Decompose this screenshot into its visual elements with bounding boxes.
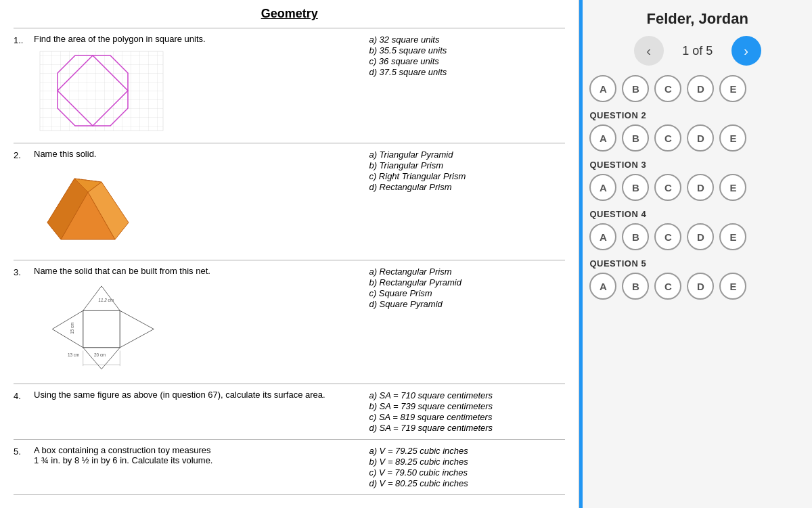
- q4-ans-d: d) SA = 719 square centimeters: [369, 423, 565, 433]
- question-row-4: 4. Using the same figure as above (in qu…: [14, 384, 565, 439]
- question-section-4: QUESTION 4 A B C D E: [589, 209, 805, 250]
- q5-bubble-d[interactable]: D: [687, 273, 714, 300]
- question-section-3: QUESTION 3 A B C D E: [589, 160, 805, 201]
- quiz-title: Geometry: [14, 7, 565, 21]
- q5-ans-a: a) V = 79.25 cubic inches: [369, 446, 565, 456]
- q4-bubble-a[interactable]: A: [589, 223, 616, 250]
- q1-bubble-c[interactable]: C: [654, 75, 681, 102]
- q2-ans-b: b) Triangular Prism: [369, 160, 565, 170]
- q2-ans-d: d) Rectangular Prism: [369, 182, 565, 192]
- svg-marker-15: [120, 310, 154, 348]
- bubbles-row-3: A B C D E: [589, 174, 805, 201]
- q-answers-3: a) Rectangular Prism b) Rectangular Pyra…: [362, 266, 565, 378]
- q2-bubble-b[interactable]: B: [622, 124, 649, 152]
- q1-bubble-b[interactable]: B: [622, 75, 649, 102]
- right-panel: Felder, Jordan ‹ 1 of 5 › A B C D E QUES…: [583, 0, 812, 508]
- page-indicator: 1 of 5: [671, 44, 725, 58]
- q3-ans-a: a) Rectangular Prism: [369, 267, 565, 277]
- svg-text:13 cm: 13 cm: [68, 352, 79, 357]
- q3-bubble-c[interactable]: C: [654, 174, 681, 201]
- q2-label: QUESTION 2: [589, 110, 805, 120]
- q4-ans-b: b) SA = 739 square centimeters: [369, 401, 565, 411]
- q-image-1: [34, 47, 355, 135]
- q1-bubble-a[interactable]: A: [589, 75, 616, 102]
- question-row-1: 1.. Find the area of the polygon in squa…: [14, 28, 565, 143]
- q-content-3: Name the solid that can be built from th…: [34, 266, 362, 378]
- q-num-4: 4.: [14, 390, 34, 434]
- q3-ans-d: d) Square Pyramid: [369, 299, 565, 309]
- q-num-3: 3.: [14, 266, 34, 378]
- q1-ans-a: a) 32 square units: [369, 34, 565, 45]
- question-section-2: QUESTION 2 A B C D E: [589, 110, 805, 152]
- q1-ans-d: d) 37.5 square units: [369, 67, 565, 77]
- q5-ans-d: d) V = 80.25 cubic inches: [369, 478, 565, 488]
- bubbles-row-1: A B C D E: [589, 75, 805, 102]
- svg-marker-14: [52, 310, 83, 348]
- q5-bubble-b[interactable]: B: [622, 273, 649, 300]
- q1-bubble-e[interactable]: E: [719, 75, 746, 102]
- q1-ans-b: b) 35.5 square units: [369, 45, 565, 55]
- q-answers-5: a) V = 79.25 cubic inches b) V = 89.25 c…: [362, 445, 565, 489]
- q5-bubble-e[interactable]: E: [719, 273, 746, 300]
- q5-ans-b: b) V = 89.25 cubic inches: [369, 457, 565, 467]
- q-num-5: 5.: [14, 445, 34, 489]
- question-row-3: 3. Name the solid that can be built from…: [14, 260, 565, 384]
- q-answers-2: a) Triangular Pyramid b) Triangular Pris…: [362, 149, 565, 254]
- q3-ans-c: c) Square Prism: [369, 288, 565, 298]
- q3-bubble-e[interactable]: E: [719, 174, 746, 201]
- q5-bubble-c[interactable]: C: [654, 273, 681, 300]
- q1-ans-c: c) 36 square units: [369, 56, 565, 66]
- q-content-4: Using the same figure as above (in quest…: [34, 390, 362, 434]
- q-text-1: Find the area of the polygon in square u…: [34, 34, 355, 44]
- q-num-1: 1..: [14, 34, 34, 137]
- q4-ans-c: c) SA = 819 square centimeters: [369, 412, 565, 422]
- q-content-1: Find the area of the polygon in square u…: [34, 34, 362, 137]
- svg-marker-13: [83, 348, 120, 369]
- q-text-2: Name this solid.: [34, 149, 355, 159]
- q3-bubble-b[interactable]: B: [622, 174, 649, 201]
- svg-text:15 cm: 15 cm: [70, 322, 74, 333]
- svg-text:20 cm: 20 cm: [94, 352, 106, 357]
- q5-label: QUESTION 5: [589, 258, 805, 269]
- q2-bubble-d[interactable]: D: [687, 124, 714, 152]
- q4-bubble-e[interactable]: E: [719, 223, 746, 250]
- q2-bubble-a[interactable]: A: [589, 124, 616, 152]
- quiz-panel: Geometry 1.. Find the area of the polygo…: [0, 0, 579, 508]
- q3-label: QUESTION 3: [589, 160, 805, 170]
- q2-bubble-c[interactable]: C: [654, 124, 681, 152]
- q2-bubble-e[interactable]: E: [719, 124, 746, 152]
- question-row-2: 2. Name this solid.: [14, 143, 565, 260]
- q-num-2: 2.: [14, 149, 34, 254]
- student-name: Felder, Jordan: [647, 10, 748, 28]
- bubbles-row-4: A B C D E: [589, 223, 805, 250]
- q3-ans-b: b) Rectangular Pyramid: [369, 277, 565, 287]
- q2-ans-c: c) Right Triangular Prism: [369, 171, 565, 181]
- q3-bubble-a[interactable]: A: [589, 174, 616, 201]
- q-answers-4: a) SA = 710 square centimeters b) SA = 7…: [362, 390, 565, 434]
- next-button[interactable]: ›: [731, 36, 761, 66]
- q3-bubble-d[interactable]: D: [687, 174, 714, 201]
- prev-button[interactable]: ‹: [634, 36, 664, 66]
- navigation-row: ‹ 1 of 5 ›: [634, 36, 761, 66]
- q4-ans-a: a) SA = 710 square centimeters: [369, 390, 565, 400]
- svg-rect-11: [83, 310, 120, 348]
- q-content-2: Name this solid.: [34, 149, 362, 254]
- svg-text:11.2 cm: 11.2 cm: [98, 298, 114, 302]
- q4-label: QUESTION 4: [589, 209, 805, 219]
- q-text-3: Name the solid that can be built from th…: [34, 266, 355, 276]
- question-section-1: A B C D E: [589, 75, 805, 102]
- q-image-2: [34, 162, 355, 252]
- question-row-5: 5. A box containing a construction toy m…: [14, 439, 565, 495]
- q4-bubble-b[interactable]: B: [622, 223, 649, 250]
- q-image-3: 11.2 cm 15 cm 13 cm 20 cm: [34, 279, 355, 375]
- q5-bubble-a[interactable]: A: [589, 273, 616, 300]
- bubbles-row-2: A B C D E: [589, 124, 805, 152]
- bubbles-row-5: A B C D E: [589, 273, 805, 300]
- q4-bubble-c[interactable]: C: [654, 223, 681, 250]
- q1-bubble-d[interactable]: D: [687, 75, 714, 102]
- q4-bubble-d[interactable]: D: [687, 223, 714, 250]
- q-text-5: A box containing a construction toy meas…: [34, 445, 355, 465]
- question-section-5: QUESTION 5 A B C D E: [589, 258, 805, 300]
- q-text-4: Using the same figure as above (in quest…: [34, 390, 355, 400]
- q2-ans-a: a) Triangular Pyramid: [369, 149, 565, 160]
